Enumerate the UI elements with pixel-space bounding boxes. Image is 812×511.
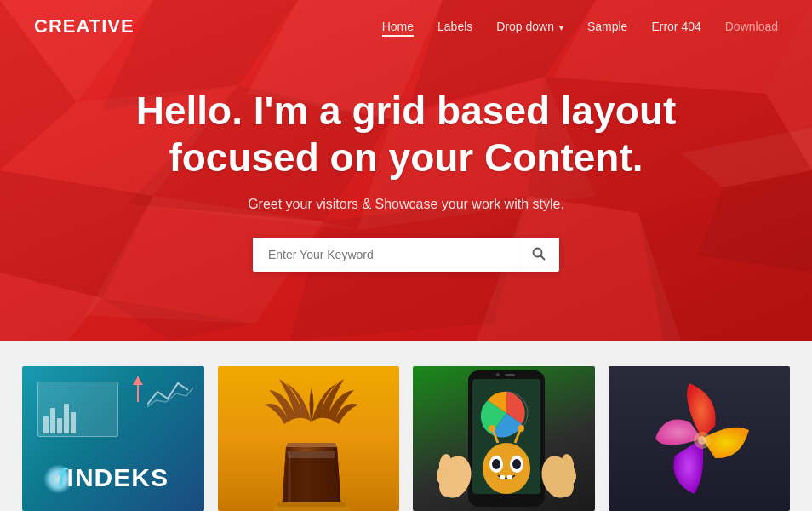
navbar: CREATIVE Home Labels Drop down ▾ Sample …: [0, 0, 812, 53]
portfolio-item-1-inner: fINDEKS: [22, 366, 204, 511]
pin-graphic: [131, 376, 145, 405]
svg-rect-27: [277, 502, 346, 507]
nav-link-download[interactable]: Download: [725, 20, 778, 33]
svg-line-23: [541, 256, 545, 259]
nav-link-error[interactable]: Error 404: [651, 20, 700, 33]
svg-point-31: [483, 443, 530, 494]
svg-point-50: [496, 373, 500, 376]
chart-lines: [147, 375, 194, 412]
nav-item-error[interactable]: Error 404: [651, 19, 700, 34]
nav-item-sample[interactable]: Sample: [587, 19, 627, 34]
portfolio-item-4[interactable]: [609, 366, 791, 511]
svg-point-39: [489, 425, 495, 432]
portfolio-section: fINDEKS: [0, 341, 812, 511]
hero-section: CREATIVE Home Labels Drop down ▾ Sample …: [0, 0, 812, 341]
portfolio-item-2[interactable]: [218, 366, 400, 511]
svg-rect-36: [500, 475, 505, 479]
svg-rect-26: [273, 507, 350, 511]
nav-item-download[interactable]: Download: [725, 19, 778, 34]
nav-link-home[interactable]: Home: [382, 20, 414, 37]
screen-graphic: [37, 382, 118, 437]
portfolio-item-3[interactable]: [413, 366, 595, 511]
brand-logo: CREATIVE: [34, 15, 134, 37]
findeks-logo: fINDEKS: [22, 463, 204, 492]
bar-2: [50, 408, 55, 433]
svg-marker-25: [133, 376, 143, 385]
findeks-text: fINDEKS: [58, 463, 169, 491]
portfolio-item-3-inner: [413, 366, 595, 511]
bar-1: [43, 416, 49, 433]
search-button[interactable]: [518, 238, 559, 272]
nav-item-home[interactable]: Home: [382, 19, 414, 34]
svg-rect-37: [507, 475, 512, 479]
nav-item-dropdown[interactable]: Drop down ▾: [496, 19, 563, 34]
svg-point-34: [492, 459, 500, 469]
search-bar: [253, 238, 559, 272]
portfolio-item-1[interactable]: fINDEKS: [22, 366, 204, 511]
logo-illustration: [609, 366, 791, 511]
svg-rect-51: [505, 374, 515, 376]
nav-item-labels[interactable]: Labels: [437, 19, 472, 34]
bar-4: [64, 404, 69, 433]
chevron-down-icon: ▾: [559, 23, 563, 32]
bar-3: [57, 418, 62, 433]
game-illustration: [413, 366, 595, 511]
portfolio-item-4-inner: [609, 366, 791, 511]
nav-link-sample[interactable]: Sample: [587, 20, 627, 33]
search-icon: [532, 247, 546, 263]
svg-point-35: [512, 459, 521, 469]
svg-point-41: [518, 425, 524, 432]
search-input[interactable]: [253, 238, 518, 272]
bar-5: [71, 412, 76, 433]
hero-content: Hello. I'm a grid based layout focused o…: [0, 53, 812, 341]
hero-subtitle: Greet your visitors & Showcase your work…: [248, 197, 564, 212]
drink-illustration: [218, 366, 400, 511]
nav-links: Home Labels Drop down ▾ Sample Error 404…: [382, 19, 778, 34]
hero-title: Hello. I'm a grid based layout focused o…: [108, 88, 704, 181]
portfolio-item-2-inner: [218, 366, 400, 511]
svg-point-53: [698, 436, 706, 445]
nav-link-dropdown[interactable]: Drop down ▾: [496, 20, 563, 33]
nav-link-labels[interactable]: Labels: [437, 20, 472, 33]
